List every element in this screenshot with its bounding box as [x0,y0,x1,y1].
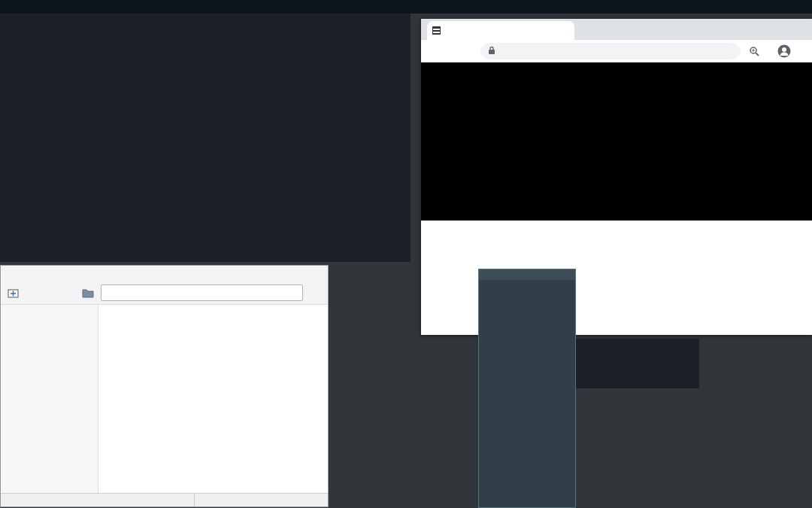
item-count [1,494,195,506]
new-tab-icon[interactable] [5,284,21,301]
fm-file-area[interactable] [98,305,328,493]
folder-icon[interactable] [80,284,96,301]
fm-reload-button[interactable] [308,284,324,301]
minimize-button[interactable] [744,19,765,38]
site-banner [421,62,812,221]
maximize-button[interactable] [765,19,786,38]
path-input[interactable] [101,284,303,301]
desktop [0,0,812,508]
fm-forward-button[interactable] [42,284,59,301]
terminal-top-window[interactable] [0,14,411,262]
close-button[interactable] [786,19,807,38]
fm-back-button[interactable] [23,284,40,301]
profile-avatar-icon[interactable] [777,44,792,58]
menu-title [479,269,575,280]
lock-icon [488,44,495,58]
address-bar[interactable] [480,43,741,59]
places-dropdown[interactable] [1,306,98,323]
tab-bar [421,19,812,40]
file-manager-window [0,265,329,507]
fm-statusbar [1,493,328,506]
fm-toolbar [1,281,328,305]
blank-line [576,406,699,416]
fm-sidebar [1,305,98,493]
browser-toolbar [421,40,812,62]
cwm-app-menu [478,269,576,508]
browser-tab[interactable] [427,21,574,40]
fm-menubar [1,266,328,281]
fm-body [1,305,328,493]
window-controls [744,19,807,38]
site-favicon-icon [432,26,441,35]
status-bar [0,0,812,14]
fm-up-button[interactable] [61,284,77,301]
free-space [195,494,328,506]
zoom-icon[interactable] [747,46,762,56]
